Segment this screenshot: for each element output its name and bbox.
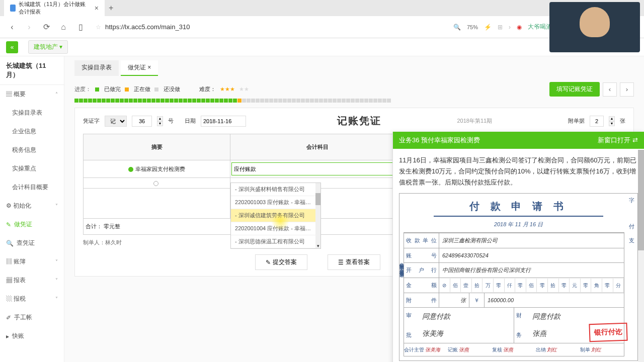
voucher-title: 记账凭证 bbox=[337, 114, 381, 128]
next-button[interactable]: › bbox=[620, 82, 634, 97]
receipt-date: 2018 年 11 月 16 日 bbox=[404, 220, 633, 229]
prev-button[interactable]: ‹ bbox=[603, 82, 617, 97]
home-button[interactable]: ⌂ bbox=[57, 21, 69, 33]
col-subject: 会计科目 bbox=[230, 134, 405, 160]
done-dot-icon bbox=[95, 87, 99, 92]
sidebar-item-make-voucher[interactable]: ✎ 做凭证 bbox=[0, 215, 64, 234]
chevron-up-icon: ˄ bbox=[55, 92, 58, 97]
dropdown-scrollbar[interactable] bbox=[315, 183, 320, 248]
tab-catalog[interactable]: 实操目录表 bbox=[74, 60, 119, 76]
content-tabs: 实操目录表 做凭证 × bbox=[64, 56, 644, 76]
panel-scrollbar[interactable] bbox=[638, 150, 644, 362]
sidebar-item-view-voucher[interactable]: 🔍 查凭证 bbox=[0, 234, 64, 252]
company-dropdown[interactable]: 建筑地产 ▾ bbox=[28, 40, 68, 54]
close-icon[interactable]: × bbox=[95, 4, 99, 12]
sidebar-item-report[interactable]: ▦ 报表˅ bbox=[0, 271, 64, 290]
zoom-level: 75% bbox=[467, 24, 478, 30]
row-summary-cell[interactable] bbox=[84, 178, 230, 189]
amount-numeric: 160000.00 bbox=[485, 293, 624, 308]
dropdown-item[interactable]: 2202001004 应付账款 - 幸福家园一期 bbox=[231, 222, 320, 235]
sidebar-item-company-info[interactable]: 企业信息 bbox=[0, 122, 64, 141]
panel-title: 业务36 预付幸福家园检测费 bbox=[399, 136, 480, 145]
doing-dot-icon bbox=[125, 87, 129, 92]
browser-toolbar: ‹ › ⟳ ⌂ ▯ ☆ https://lx.acc5.com/main_310… bbox=[0, 16, 644, 38]
task-description: 11月16日，幸福家园项目与三鑫检测公司签订了检测合同，合同额60万元，前期已发… bbox=[399, 155, 638, 188]
forward-button[interactable]: › bbox=[23, 21, 35, 33]
voucher-word-select[interactable]: 记 bbox=[105, 116, 127, 127]
col-summary: 摘要 bbox=[84, 134, 230, 160]
search-icon: 🔍 bbox=[6, 240, 14, 247]
sidebar-item-ledger[interactable]: ▥ 账簿˅ bbox=[0, 252, 64, 271]
quick-icon: ▸ bbox=[6, 333, 9, 340]
qr-icon[interactable]: ⊞ bbox=[498, 24, 503, 31]
list-icon: ▤ bbox=[6, 90, 12, 98]
url-text: https://lx.acc5.com/main_310 bbox=[105, 23, 190, 31]
voucher-period: 2018年第11期 bbox=[457, 117, 493, 125]
profile-icon: ◉ bbox=[517, 24, 522, 31]
sidebar-item-catalog[interactable]: 实操目录表 bbox=[0, 104, 64, 122]
tab-favicon bbox=[10, 5, 16, 12]
edit-icon: ✎ bbox=[6, 221, 11, 228]
sidebar-item-manual[interactable]: ✐ 手工帐 bbox=[0, 308, 64, 327]
subject-dropdown: - 深圳兴盛材料销售有限公司 2202001003 应付账款 - 幸福家园一期 … bbox=[230, 183, 321, 249]
sidebar-toggle-icon[interactable]: ▯ bbox=[74, 21, 87, 33]
dropdown-item[interactable]: - 深圳兴盛材料销售有限公司 bbox=[231, 183, 320, 196]
progress-bar bbox=[74, 99, 634, 103]
sidebar-item-key-points[interactable]: 实操重点 bbox=[0, 159, 64, 178]
bank-value: 中国招商银行股份有限公司深圳支行 bbox=[439, 263, 624, 278]
tax-icon: ▧ bbox=[6, 295, 12, 302]
number-up[interactable]: ▲ bbox=[157, 116, 163, 121]
account-value: 624896433070524 bbox=[439, 248, 624, 263]
attach-down[interactable]: ▼ bbox=[609, 121, 615, 126]
browser-tab[interactable]: 长城建筑（11月）会计做账会计报表 × bbox=[4, 0, 105, 19]
voucher-number-input[interactable] bbox=[132, 116, 152, 127]
payment-receipt: 会计学堂教学专用 不做用作其他商业用途 字 付 款 申 请 书 2018 年 1… bbox=[399, 193, 638, 361]
total-value: 零元整 bbox=[104, 223, 120, 229]
attach-count-input[interactable] bbox=[590, 116, 604, 127]
task-panel: 业务36 预付幸福家园检测费 新窗口打开 ⇄ 11月16日，幸福家园项目与三鑫检… bbox=[392, 132, 644, 362]
progress-legend: 进度： 已做完 正在做 还没做 难度： ★★★★★ 填写记账凭证 ‹ › bbox=[74, 82, 634, 97]
dropdown-scroll-down-icon[interactable]: ▾ bbox=[315, 243, 320, 248]
app-header: « 建筑地产 ▾ 林久时 (SVIP会员) bbox=[0, 38, 644, 56]
star-icon[interactable]: ☆ bbox=[96, 24, 101, 31]
receipt-corner-zi: 字 bbox=[629, 196, 634, 205]
sidebar-collapse-button[interactable]: « bbox=[6, 41, 18, 53]
todo-dot-icon bbox=[154, 87, 158, 92]
open-new-window[interactable]: 新窗口打开 ⇄ bbox=[598, 136, 638, 145]
sidebar-title: 长城建筑（11月） bbox=[0, 56, 64, 85]
voucher-date-input[interactable] bbox=[201, 116, 246, 127]
chevron-down-icon[interactable]: › bbox=[509, 24, 511, 31]
receipt-watermark: 会计学堂教学专用 不做用作其他商业用途 bbox=[398, 259, 406, 270]
new-tab-button[interactable]: + bbox=[109, 4, 113, 13]
sidebar-item-overview[interactable]: ▤ 概要˄ bbox=[0, 85, 64, 104]
flash-icon[interactable]: ⚡ bbox=[484, 24, 492, 31]
search-zoom-icon[interactable]: 🔍 bbox=[453, 24, 461, 31]
sidebar-item-subject-overview[interactable]: 会计科目概要 bbox=[0, 178, 64, 197]
dropdown-item[interactable]: - 深圳思德保温工程有限公司 bbox=[231, 235, 320, 248]
view-answer-button[interactable]: ☰查看答案 bbox=[328, 254, 380, 270]
submit-answer-button[interactable]: ✎提交答案 bbox=[255, 254, 307, 270]
browser-tab-strip: 长城建筑（11月）会计做账会计报表 × + bbox=[0, 0, 644, 16]
back-button[interactable]: ‹ bbox=[6, 21, 18, 33]
sidebar-item-tax-filing[interactable]: ▧ 报税˅ bbox=[0, 290, 64, 308]
dropdown-item[interactable]: 2202001003 应付账款 - 幸福家园一期 bbox=[231, 196, 320, 209]
number-down[interactable]: ▼ bbox=[157, 121, 163, 126]
tab-voucher[interactable]: 做凭证 × bbox=[121, 60, 158, 76]
row-summary-cell[interactable]: 幸福家园支付检测费 bbox=[84, 160, 230, 178]
panel-header: 业务36 预付幸福家园检测费 新窗口打开 ⇄ bbox=[393, 132, 644, 149]
reload-button[interactable]: ⟳ bbox=[40, 21, 52, 33]
sidebar-item-quick[interactable]: ▸ 快账 bbox=[0, 327, 64, 345]
tab-title: 长城建筑（11月）会计做账会计报表 bbox=[19, 1, 90, 16]
attach-up[interactable]: ▲ bbox=[609, 116, 615, 121]
subject-input[interactable] bbox=[231, 162, 404, 175]
book-icon: ▥ bbox=[6, 258, 12, 265]
sidebar-item-init[interactable]: ⚙ 初始化˅ bbox=[0, 197, 64, 215]
dropdown-item[interactable]: - 深圳诚信建筑劳务有限公司 bbox=[231, 209, 320, 222]
url-bar[interactable]: ☆ https://lx.acc5.com/main_310 bbox=[92, 23, 448, 31]
close-icon[interactable]: × bbox=[147, 64, 151, 71]
gear-icon: ⚙ bbox=[6, 202, 12, 209]
sidebar-item-tax-info[interactable]: 税务信息 bbox=[0, 141, 64, 159]
chevron-down-icon: ˅ bbox=[55, 203, 58, 209]
fill-voucher-button[interactable]: 填写记账凭证 bbox=[549, 82, 600, 97]
edit-icon: ✎ bbox=[266, 259, 271, 266]
